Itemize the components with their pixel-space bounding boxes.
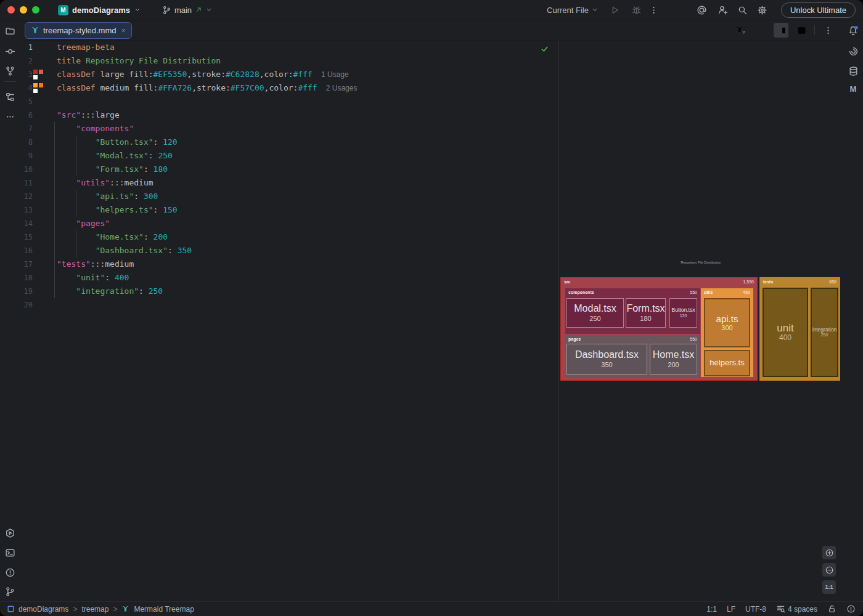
- zoom-window-button[interactable]: [32, 6, 39, 14]
- line-number[interactable]: 7: [20, 122, 33, 136]
- indent-widget[interactable]: 4 spaces: [776, 604, 817, 614]
- code-line[interactable]: "api.ts": 300: [57, 190, 158, 203]
- ai-assistant-icon[interactable]: [847, 45, 859, 57]
- line-number[interactable]: 12: [20, 190, 33, 203]
- zoom-out-button[interactable]: [822, 563, 836, 577]
- indent-guide: [54, 122, 55, 298]
- unlock-ultimate-button[interactable]: Unlock Ultimate: [781, 2, 856, 18]
- line-number[interactable]: 2: [20, 54, 33, 68]
- tab-treemap-styled[interactable]: treemap-styled.mmd ×: [25, 22, 132, 39]
- folder-icon[interactable]: [4, 25, 17, 37]
- code-line[interactable]: "Home.tsx": 200: [57, 230, 168, 244]
- line-number[interactable]: 15: [20, 230, 33, 244]
- line-number[interactable]: 20: [20, 298, 33, 312]
- file-encoding[interactable]: UTF-8: [745, 605, 766, 614]
- code-line[interactable]: "tests":::medium: [57, 257, 134, 271]
- code-line[interactable]: title Repository File Distribution: [57, 54, 221, 68]
- project-name: demoDiagrams: [72, 6, 130, 15]
- settings-gear-icon[interactable]: [757, 5, 767, 15]
- code-token: "Modal.tsx": [96, 151, 149, 160]
- title-bar: M demoDiagrams main Current File Unlock …: [0, 0, 863, 20]
- commit-icon[interactable]: [4, 45, 17, 57]
- terminal-icon[interactable]: [4, 546, 17, 559]
- zoom-reset-button[interactable]: 1:1: [822, 580, 836, 594]
- line-number[interactable]: 13: [20, 203, 33, 217]
- code-line[interactable]: "Dashboard.tsx": 350: [57, 244, 192, 257]
- image-view-icon[interactable]: [794, 23, 809, 38]
- line-number[interactable]: 9: [20, 149, 33, 163]
- breadcrumb-item[interactable]: treemap: [81, 605, 108, 614]
- code-line[interactable]: "integration": 250: [57, 285, 163, 298]
- code-line[interactable]: classDef medium fill:#FFA726,stroke:#F57…: [57, 81, 357, 95]
- line-number[interactable]: 1: [20, 41, 33, 54]
- close-icon[interactable]: ×: [121, 26, 126, 35]
- problems-icon[interactable]: [4, 566, 17, 578]
- search-icon[interactable]: [737, 5, 748, 15]
- code-line[interactable]: "utils":::medium: [57, 176, 153, 190]
- line-number[interactable]: 6: [20, 108, 33, 122]
- line-number[interactable]: 14: [20, 217, 33, 230]
- code-line[interactable]: "helpers.ts": 150: [57, 203, 178, 217]
- code-line[interactable]: treemap-beta: [57, 41, 115, 54]
- structure-icon[interactable]: [4, 91, 17, 103]
- run-configuration-selector[interactable]: Current File: [547, 6, 599, 15]
- code-line[interactable]: "Modal.tsx": 250: [57, 149, 173, 163]
- database-icon[interactable]: [847, 65, 859, 77]
- unlock-icon[interactable]: [827, 604, 836, 614]
- more-icon[interactable]: [4, 110, 17, 123]
- line-number[interactable]: 16: [20, 244, 33, 257]
- line-number[interactable]: 5: [20, 95, 33, 108]
- minimize-window-button[interactable]: [20, 6, 27, 14]
- ai-chat-icon[interactable]: [697, 5, 707, 15]
- code-line[interactable]: "Button.tsx": 120: [57, 136, 178, 149]
- debug-icon[interactable]: [631, 5, 642, 15]
- code-token: medium fill:: [96, 83, 158, 92]
- breadcrumb-item[interactable]: Mermaid Treemap: [134, 605, 194, 614]
- project-widget[interactable]: M demoDiagrams: [58, 5, 141, 15]
- line-number[interactable]: 4: [20, 81, 33, 95]
- markdown-tool-icon[interactable]: M: [847, 84, 859, 97]
- treemap-group-utils: utils 450 api.ts 300 helpers.ts: [701, 288, 753, 377]
- add-user-icon[interactable]: [718, 5, 728, 15]
- code-editor[interactable]: 1234567891011121314151617181920 treemap-…: [20, 41, 558, 601]
- line-number[interactable]: 11: [20, 176, 33, 190]
- code-token: #F57C00: [231, 83, 264, 92]
- services-icon[interactable]: [4, 527, 17, 539]
- split-view-icon[interactable]: [774, 23, 788, 38]
- breadcrumb-item[interactable]: demoDiagrams: [18, 605, 68, 614]
- line-number[interactable]: 3: [20, 68, 33, 81]
- code-line[interactable]: "unit": 400: [57, 271, 129, 285]
- kebab-menu-icon[interactable]: [649, 6, 658, 15]
- git-branch-icon[interactable]: [4, 585, 17, 598]
- code-line[interactable]: "components": [57, 122, 134, 136]
- zoom-in-button[interactable]: [822, 546, 836, 559]
- kebab-menu-icon[interactable]: [820, 23, 835, 38]
- inspections-check-icon[interactable]: [539, 44, 549, 54]
- line-ending[interactable]: LF: [727, 605, 735, 614]
- code-token: Repository File Distribution: [81, 56, 221, 65]
- branch-widget[interactable]: main: [162, 6, 213, 15]
- gutter-color-chips[interactable]: [33, 83, 43, 93]
- line-number[interactable]: 17: [20, 257, 33, 271]
- usages-hint[interactable]: 2 Usages: [326, 84, 358, 92]
- gutter-color-chips[interactable]: [33, 70, 43, 79]
- close-window-button[interactable]: [7, 6, 15, 14]
- usages-hint[interactable]: 1 Usage: [321, 70, 349, 79]
- code-line[interactable]: classDef large fill:#EF5350,stroke:#C628…: [57, 68, 349, 81]
- problem-status-icon[interactable]: [846, 604, 856, 614]
- mermaid-config-icon[interactable]: ?: [733, 23, 748, 38]
- code-token: 250: [149, 286, 163, 296]
- code-token: [57, 286, 76, 296]
- line-number[interactable]: 8: [20, 136, 33, 149]
- code-line[interactable]: "src":::large: [57, 108, 120, 122]
- vcs-fork-icon[interactable]: [4, 65, 17, 77]
- line-number[interactable]: 10: [20, 163, 33, 176]
- list-view-icon[interactable]: [753, 23, 768, 38]
- run-icon[interactable]: [610, 5, 620, 15]
- cursor-position[interactable]: 1:1: [706, 605, 717, 614]
- code-line[interactable]: "Form.tsx": 180: [57, 163, 168, 176]
- line-number[interactable]: 18: [20, 271, 33, 285]
- notifications-bell-icon[interactable]: [847, 25, 859, 37]
- line-number[interactable]: 19: [20, 285, 33, 298]
- code-line[interactable]: "pages": [57, 217, 110, 230]
